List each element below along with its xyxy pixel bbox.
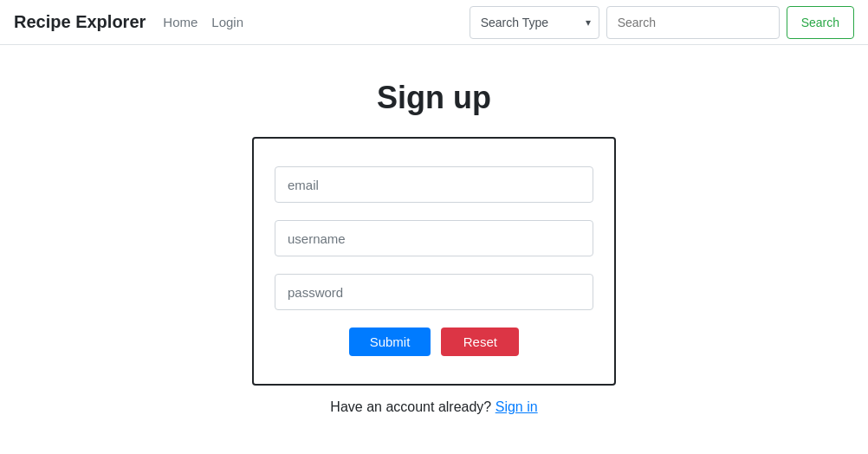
nav-login[interactable]: Login — [211, 15, 243, 29]
email-field[interactable] — [275, 166, 593, 203]
search-input[interactable] — [606, 6, 780, 39]
form-button-row: Submit Reset — [275, 328, 593, 356]
nav-links: Home Login — [163, 15, 469, 29]
signup-form-card: Submit Reset — [252, 137, 616, 386]
signin-text: Have an account already? Sign in — [330, 399, 537, 415]
search-button[interactable]: Search — [787, 6, 854, 39]
search-type-select[interactable]: Search Type Recipe Ingredient Category — [470, 6, 599, 39]
search-type-wrapper: Search Type Recipe Ingredient Category — [470, 6, 599, 39]
navbar: Recipe Explorer Home Login Search Type R… — [0, 0, 868, 45]
password-field[interactable] — [275, 274, 593, 310]
submit-button[interactable]: Submit — [349, 328, 431, 356]
main-content: Sign up Submit Reset Have an account alr… — [0, 45, 868, 450]
username-field[interactable] — [275, 220, 593, 256]
search-area: Search Type Recipe Ingredient Category S… — [470, 6, 854, 39]
page-title: Sign up — [377, 80, 491, 116]
app-brand[interactable]: Recipe Explorer — [14, 12, 146, 32]
signin-link[interactable]: Sign in — [496, 399, 538, 414]
reset-button[interactable]: Reset — [441, 328, 519, 356]
nav-home[interactable]: Home — [163, 15, 198, 29]
signin-prompt: Have an account already? — [330, 399, 491, 414]
